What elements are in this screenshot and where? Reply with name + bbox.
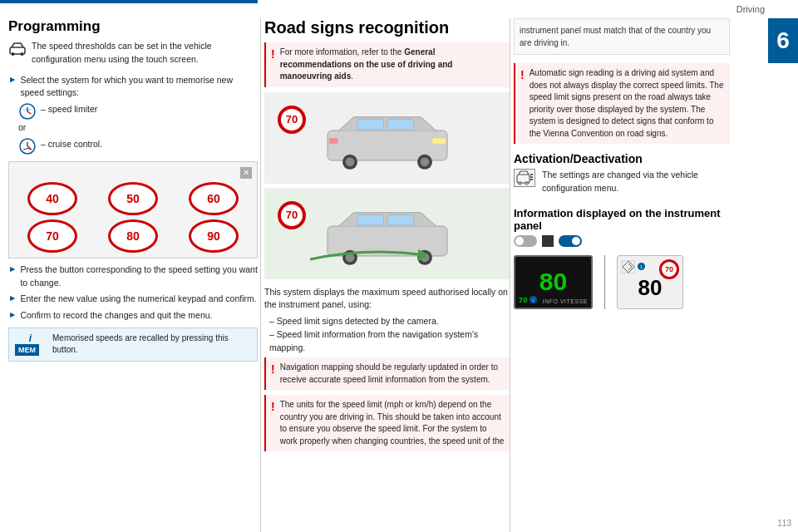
mem-box: i MEM Memorised speeds are recalled by p…	[8, 328, 258, 362]
left-column: Programming The speed thresholds can be …	[8, 18, 258, 362]
toggle-square	[542, 235, 554, 247]
svg-rect-11	[357, 119, 384, 130]
svg-point-16	[420, 157, 429, 166]
right-column: instrument panel must match that of the …	[514, 18, 763, 309]
svg-rect-12	[387, 119, 414, 130]
instrument-row: 80 70 i INFO VITESSE 1 7	[514, 255, 730, 309]
svg-rect-18	[328, 138, 337, 144]
activation-title: Activation/Deactivation	[514, 152, 730, 165]
right-warn: ! Automatic sign reading is a driving ai…	[514, 63, 730, 144]
car-icon	[8, 42, 27, 58]
panel-badge-1: 1	[638, 263, 645, 270]
info-i: i	[29, 332, 32, 344]
speed-btn-60[interactable]: 60	[189, 182, 239, 215]
middle-column: Road signs recognition ! For more inform…	[264, 18, 510, 456]
arrow-text-2: Press the button corresponding to the sp…	[20, 264, 258, 290]
warn-text-right: Automatic sign reading is a driving aid …	[530, 67, 725, 140]
top-bar	[0, 0, 258, 3]
speed-limiter-icon	[18, 103, 37, 120]
speed-limiter-label: – speed limiter	[41, 103, 97, 116]
speed-btn-70[interactable]: 70	[27, 219, 77, 253]
car-illustration-1	[313, 105, 462, 171]
car-image-1: 70	[264, 92, 510, 184]
cruise-control-row: – cruise control.	[18, 138, 258, 155]
cruise-label: – cruise control.	[41, 138, 102, 151]
mem-badge: MEM	[15, 344, 39, 356]
speed-btn-90[interactable]: 90	[189, 219, 239, 253]
mem-badge-area: i MEM	[15, 332, 46, 356]
warn-icon-3: !	[271, 400, 275, 413]
speed-panel: ✕ 40 50 60 70 80 90	[8, 161, 258, 259]
speed-btn-40[interactable]: 40	[27, 182, 77, 215]
middle-warn-3: ! The units for the speed limit (mph or …	[264, 395, 510, 451]
speed-btn-80[interactable]: 80	[108, 219, 158, 253]
speed-grid: 40 50 60 70 80 90	[14, 182, 252, 253]
svg-point-14	[345, 157, 354, 166]
toggle-dot-off	[515, 237, 524, 245]
bullet-item-2: Speed limit information from the navigat…	[269, 328, 510, 355]
panel-icons-row: 1	[622, 260, 645, 273]
arrow-text-1: Select the system for which you want to …	[20, 74, 258, 101]
panel-speed-sign: 70	[659, 259, 679, 279]
or-label: or	[18, 121, 258, 135]
divider-left	[260, 18, 261, 532]
note-box: instrument panel must match that of the …	[514, 18, 730, 55]
instrument-display-left: 80 70 i INFO VITESSE	[514, 255, 593, 309]
page-number: 113	[777, 519, 791, 528]
toggle-on[interactable]	[559, 235, 582, 247]
middle-bullet-list: Speed limit signs detected by the camera…	[269, 315, 510, 354]
arrow-item-1: ► Select the system for which you want t…	[8, 74, 258, 101]
activation-row: The settings are changed via the vehicle…	[514, 169, 730, 199]
panel-sign-icon	[622, 260, 635, 273]
svg-point-1	[12, 52, 15, 56]
instrument-sub-row: 70 i	[519, 296, 537, 304]
middle-body-1: This system displays the maximum speed a…	[264, 287, 508, 310]
toggle-row	[514, 235, 730, 247]
toggle-off[interactable]	[514, 235, 537, 247]
warn-text-2: Navigation mapping should be regularly u…	[280, 362, 505, 386]
warn-icon-1: !	[271, 47, 275, 61]
svg-rect-21	[357, 214, 384, 225]
activation-text: The settings are changed via the vehicle…	[542, 169, 730, 195]
arrow-item-4: ► Confirm to record the changes and quit…	[8, 309, 258, 323]
car-config-icon	[516, 170, 533, 185]
activation-icons	[514, 169, 535, 187]
speed-panel-close-row: ✕	[14, 167, 252, 179]
road-signs-title: Road signs recognition	[264, 18, 510, 37]
green-arrow	[310, 243, 426, 268]
inst-badge: i	[530, 296, 537, 303]
divider-right	[510, 18, 510, 532]
arrow-item-2: ► Press the button corresponding to the …	[8, 264, 258, 290]
svg-rect-32	[530, 179, 533, 180]
svg-marker-19	[418, 249, 426, 261]
svg-line-5	[27, 111, 31, 114]
panel-speed-large: 80	[638, 275, 663, 301]
arrow-icon-1: ►	[8, 74, 17, 84]
warn-icon-right: !	[520, 68, 525, 81]
svg-rect-17	[432, 138, 446, 144]
panel-divider	[604, 255, 605, 309]
chapter-number: 6	[768, 18, 798, 63]
svg-rect-30	[530, 174, 533, 175]
note-text: instrument panel must match that of the …	[520, 26, 711, 47]
instrument-speed: 80	[539, 269, 567, 294]
warn-text-3: The units for the speed limit (mph or km…	[280, 399, 505, 447]
svg-rect-27	[517, 175, 530, 183]
middle-warn-2: ! Navigation mapping should be regularly…	[264, 357, 510, 390]
bullet-item-1: Speed limit signs detected by the camera…	[269, 315, 510, 328]
programming-intro-row: The speed thresholds can be set in the v…	[8, 40, 258, 70]
speed-btn-50[interactable]: 50	[108, 182, 158, 215]
info-vitesse-label: INFO VITESSE	[543, 298, 588, 304]
info-panel-title: Information displayed on the instrument …	[514, 207, 730, 232]
speed-limiter-row: – speed limiter	[18, 103, 258, 120]
instrument-sub-speed: 70	[519, 296, 528, 304]
programming-intro: The speed thresholds can be set in the v…	[32, 40, 258, 66]
middle-warn-1: ! For more information, refer to the Gen…	[264, 42, 510, 87]
arrow-icon-3: ►	[8, 293, 17, 303]
svg-rect-31	[530, 176, 533, 178]
close-button[interactable]: ✕	[240, 167, 252, 179]
arrow-item-3: ► Enter the new value using the numerica…	[8, 293, 258, 306]
cruise-icon	[18, 138, 37, 155]
config-icon	[514, 169, 535, 187]
arrow-text-4: Confirm to record the changes and quit t…	[20, 309, 212, 323]
